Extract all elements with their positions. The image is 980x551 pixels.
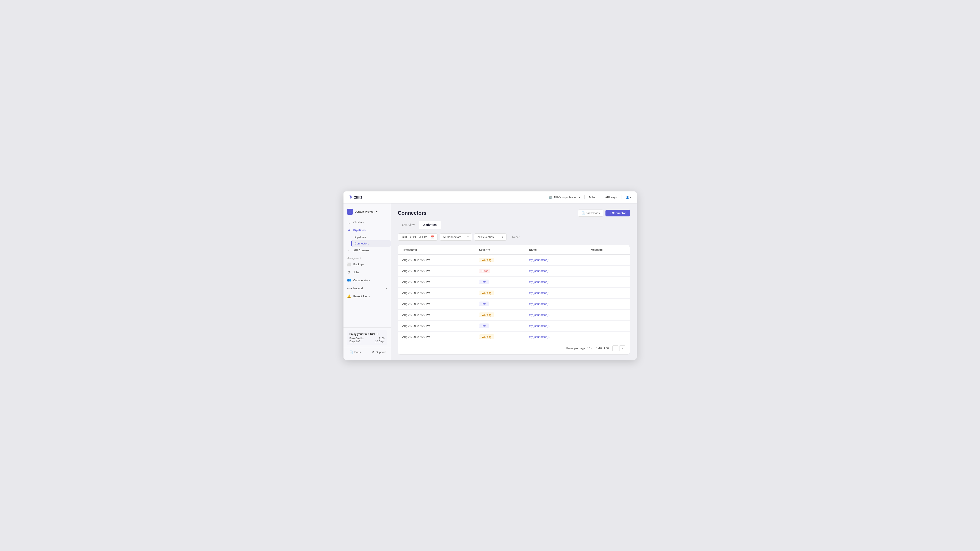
sidebar-item-collaborators[interactable]: 👥 Collaborators xyxy=(344,276,391,284)
cell-name: my_connector_1 xyxy=(525,331,587,342)
project-chevron-icon: ▾ xyxy=(376,210,377,213)
project-selector[interactable]: ≡ Default Project ▾ xyxy=(344,207,391,218)
user-menu[interactable]: 👤 ▾ xyxy=(626,196,632,199)
connector-link[interactable]: my_connector_1 xyxy=(529,291,550,294)
rows-per-page-chevron-icon: ▾ xyxy=(591,347,593,350)
org-selector[interactable]: 🏢 Zilliz's organization ▾ xyxy=(549,196,580,199)
sort-icon[interactable]: ↓ xyxy=(538,248,540,251)
reset-button[interactable]: Reset xyxy=(509,234,523,240)
cell-message xyxy=(587,265,630,276)
cell-severity: Warning xyxy=(475,254,525,265)
rows-per-page: Rows per page: 10 ▾ xyxy=(566,347,593,350)
connector-chevron-icon: ▾ xyxy=(467,235,469,239)
col-name: Name ↓ xyxy=(525,245,587,255)
sidebar-sub-connectors[interactable]: Connectors xyxy=(351,240,391,247)
cell-name: my_connector_1 xyxy=(525,299,587,310)
docs-icon: 📄 xyxy=(350,351,353,354)
tab-overview[interactable]: Overview xyxy=(398,221,419,229)
top-navigation: ✳ zilliz 🏢 Zilliz's organization ▾ Billi… xyxy=(344,191,637,203)
sidebar-item-pipelines[interactable]: ⇒ Pipelines xyxy=(344,226,391,234)
connector-filter-value: All Connectors xyxy=(443,235,461,239)
logo[interactable]: ✳ zilliz xyxy=(348,194,363,200)
clusters-icon: ⬡ xyxy=(347,220,351,224)
severity-badge: Warning xyxy=(479,257,494,262)
jobs-label: Jobs xyxy=(353,271,359,274)
date-range-filter[interactable]: Jul 05, 2024 – Jul 12... 📅 xyxy=(398,233,438,241)
sidebar-item-backups[interactable]: ⬜ Backups xyxy=(344,260,391,268)
add-connector-button[interactable]: + Connector xyxy=(606,210,630,216)
sidebar-item-api-console[interactable]: ›_ API Console xyxy=(344,247,391,254)
table-row: Aug 22, 2022 4:29 PM Warning my_connecto… xyxy=(398,287,630,299)
sidebar-sub-pipelines[interactable]: Pipelines xyxy=(351,234,391,240)
connector-link[interactable]: my_connector_1 xyxy=(529,324,550,327)
severity-filter-value: All Severities xyxy=(477,235,493,239)
main-content: Connectors 📄 View Docs + Connector Overv… xyxy=(391,203,637,360)
prev-page-button[interactable]: ‹ xyxy=(612,345,619,351)
sidebar-footer: 📄 Docs ⚙ Support xyxy=(344,348,391,356)
credits-value: $100 xyxy=(379,337,385,340)
sidebar-item-network[interactable]: ⟺ Network ▾ xyxy=(344,284,391,292)
billing-link[interactable]: Billing xyxy=(589,196,597,199)
rows-per-page-select[interactable]: 10 ▾ xyxy=(587,347,593,350)
connector-link[interactable]: my_connector_1 xyxy=(529,258,550,262)
connector-link[interactable]: my_connector_1 xyxy=(529,302,550,305)
sidebar-item-clusters[interactable]: ⬡ Clusters xyxy=(344,218,391,226)
severity-badge: Info xyxy=(479,279,489,284)
network-chevron-icon: ▾ xyxy=(386,287,387,290)
connector-link[interactable]: my_connector_1 xyxy=(529,280,550,283)
project-name: Default Project xyxy=(355,210,374,213)
page-title: Connectors xyxy=(398,210,426,216)
cell-severity: Info xyxy=(475,320,525,331)
pipelines-submenu: Pipelines Connectors xyxy=(344,234,391,247)
api-keys-link[interactable]: API Keys xyxy=(605,196,617,199)
connector-link[interactable]: my_connector_1 xyxy=(529,269,550,273)
cell-severity: Warning xyxy=(475,331,525,342)
credits-label: Free Credits: xyxy=(350,337,364,340)
severity-filter[interactable]: All Severities ▾ xyxy=(474,233,506,241)
cell-timestamp: Aug 22, 2022 4:29 PM xyxy=(398,299,475,310)
support-button[interactable]: ⚙ Support xyxy=(367,348,391,356)
docs-button[interactable]: 📄 Docs xyxy=(344,348,367,356)
cell-name: my_connector_1 xyxy=(525,320,587,331)
connector-filter[interactable]: All Connectors ▾ xyxy=(440,233,472,241)
cell-name: my_connector_1 xyxy=(525,276,587,287)
days-value: 10 Days xyxy=(375,340,385,343)
calendar-icon: 📅 xyxy=(431,235,434,239)
cell-timestamp: Aug 22, 2022 4:29 PM xyxy=(398,320,475,331)
sidebar-item-jobs[interactable]: ◷ Jobs xyxy=(344,268,391,276)
view-docs-button[interactable]: 📄 View Docs xyxy=(578,210,603,217)
cell-timestamp: Aug 22, 2022 4:29 PM xyxy=(398,287,475,299)
cell-message xyxy=(587,299,630,310)
table-row: Aug 22, 2022 4:29 PM Warning my_connecto… xyxy=(398,310,630,320)
api-console-label: API Console xyxy=(353,249,369,252)
nav-divider-2 xyxy=(601,195,601,199)
free-trial-title: Enjoy your Free Trial ⓘ xyxy=(350,332,385,336)
tab-activities[interactable]: Activities xyxy=(419,221,441,229)
logo-text: zilliz xyxy=(354,195,363,200)
table-row: Aug 22, 2022 4:29 PM Error my_connector_… xyxy=(398,265,630,276)
rows-per-page-value: 10 xyxy=(587,347,590,350)
management-section-label: Management xyxy=(344,254,391,260)
doc-icon: 📄 xyxy=(582,211,585,215)
rows-per-page-label: Rows per page: xyxy=(566,347,586,350)
cell-name: my_connector_1 xyxy=(525,254,587,265)
main-layout: ≡ Default Project ▾ ⬡ Clusters ⇒ Pipelin… xyxy=(344,203,637,360)
connector-link[interactable]: my_connector_1 xyxy=(529,335,550,338)
cell-timestamp: Aug 22, 2022 4:29 PM xyxy=(398,331,475,342)
clusters-label: Clusters xyxy=(353,221,364,224)
connector-link[interactable]: my_connector_1 xyxy=(529,313,550,316)
page-header: Connectors 📄 View Docs + Connector xyxy=(398,210,630,217)
org-chevron-icon: ▾ xyxy=(579,196,580,199)
severity-badge: Warning xyxy=(479,335,494,339)
severity-badge: Info xyxy=(479,302,489,306)
cell-timestamp: Aug 22, 2022 4:29 PM xyxy=(398,254,475,265)
cell-severity: Info xyxy=(475,276,525,287)
cell-timestamp: Aug 22, 2022 4:29 PM xyxy=(398,310,475,320)
cell-message xyxy=(587,320,630,331)
api-console-icon: ›_ xyxy=(347,249,351,252)
sub-connectors-label: Connectors xyxy=(355,242,369,245)
project-alerts-label: Project Alerts xyxy=(353,295,370,298)
backups-label: Backups xyxy=(353,263,364,266)
next-page-button[interactable]: › xyxy=(619,345,625,351)
sidebar-item-project-alerts[interactable]: 🔔 Project Alerts xyxy=(344,292,391,300)
